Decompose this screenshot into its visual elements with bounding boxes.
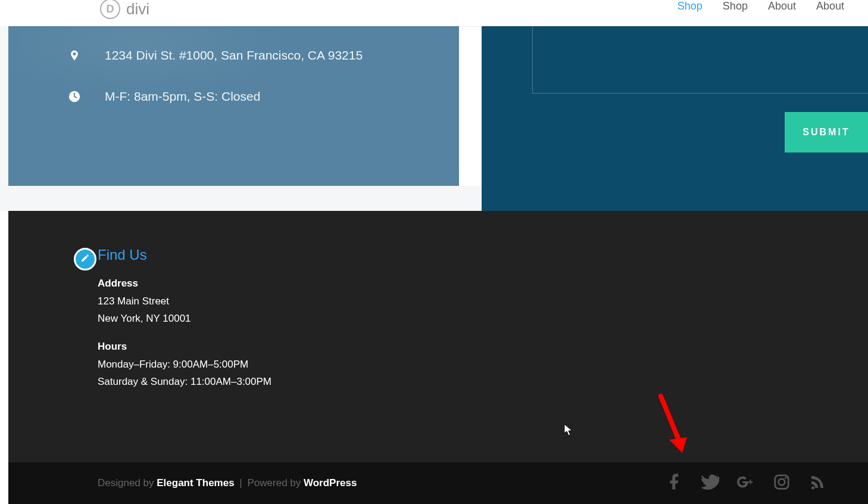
info-row-hours: M-F: 8am-5pm, S-S: Closed	[68, 89, 399, 104]
rss-icon[interactable]	[808, 473, 826, 494]
primary-nav: Shop Shop About About	[677, 0, 844, 13]
info-row-address: 1234 Divi St. #1000, San Francisco, CA 9…	[68, 48, 399, 63]
elegant-themes-link[interactable]: Elegant Themes	[157, 477, 234, 489]
nav-item-shop[interactable]: Shop	[723, 0, 748, 13]
address-body: 123 Main StreetNew York, NY 10001	[98, 293, 348, 328]
logo-text: divi	[126, 0, 149, 18]
address-label: Address	[98, 278, 348, 290]
site-logo[interactable]: D divi	[100, 0, 149, 19]
info-hours-text: M-F: 8am-5pm, S-S: Closed	[105, 89, 260, 104]
hours-label: Hours	[98, 341, 348, 353]
contact-info-card: 1234 Divi St. #1000, San Francisco, CA 9…	[8, 26, 459, 186]
pencil-icon	[80, 253, 90, 265]
clock-icon	[68, 90, 81, 103]
footer-widget-area: Find Us Address 123 Main StreetNew York,…	[8, 211, 868, 462]
find-us-title: Find Us	[98, 247, 348, 263]
google-plus-icon[interactable]	[737, 473, 755, 494]
map-pin-icon	[68, 48, 81, 63]
logo-mark-icon: D	[100, 0, 120, 19]
facebook-icon[interactable]	[666, 473, 683, 494]
wordpress-link[interactable]: WordPress	[304, 477, 357, 489]
nav-item-shop-active[interactable]: Shop	[677, 0, 702, 13]
info-address-text: 1234 Divi St. #1000, San Francisco, CA 9…	[105, 48, 363, 63]
find-us-widget: Find Us Address 123 Main StreetNew York,…	[98, 247, 348, 391]
site-header: D divi Shop Shop About About	[8, 0, 868, 26]
instagram-icon[interactable]	[773, 473, 791, 494]
social-links	[666, 473, 826, 494]
svg-point-2	[779, 478, 785, 485]
page-canvas: 1234 Divi St. #1000, San Francisco, CA 9…	[8, 26, 868, 504]
edit-widget-button[interactable]	[74, 248, 96, 270]
footer-credits: Designed by Elegant Themes | Powered by …	[98, 477, 357, 489]
twitter-icon[interactable]	[701, 473, 719, 494]
nav-item-about-2[interactable]: About	[816, 0, 844, 13]
svg-point-3	[785, 477, 786, 478]
submit-button[interactable]: SUBMIT	[785, 112, 868, 153]
hours-body: Monday–Friday: 9:00AM–5:00PMSaturday & S…	[98, 356, 348, 391]
page-gutter	[0, 26, 8, 211]
footer-bottom-bar: Designed by Elegant Themes | Powered by …	[8, 462, 868, 504]
section-divider	[8, 186, 482, 211]
nav-item-about[interactable]: About	[768, 0, 796, 13]
contact-form-pane: SUBMIT	[482, 0, 868, 211]
